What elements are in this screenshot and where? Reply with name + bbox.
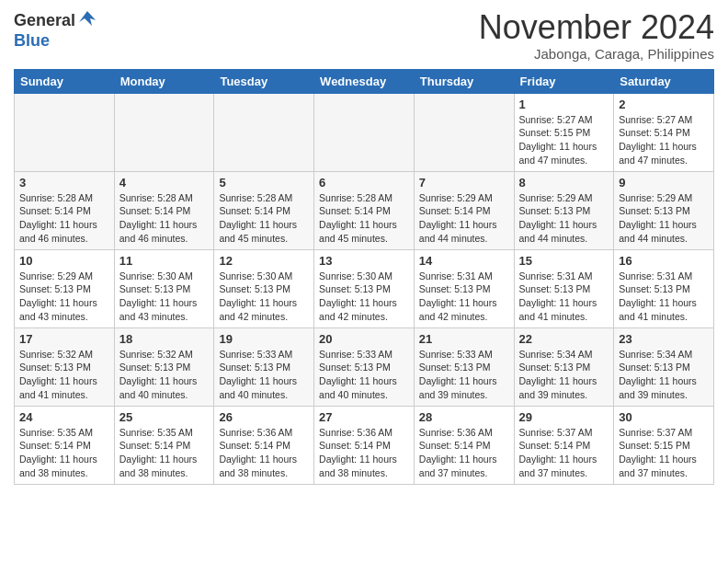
- table-row: 30Sunrise: 5:37 AM Sunset: 5:15 PM Dayli…: [614, 406, 714, 484]
- day-info: Sunrise: 5:35 AM Sunset: 5:14 PM Dayligh…: [19, 426, 109, 480]
- table-row: 23Sunrise: 5:34 AM Sunset: 5:13 PM Dayli…: [614, 327, 714, 406]
- table-row: 17Sunrise: 5:32 AM Sunset: 5:13 PM Dayli…: [15, 327, 115, 406]
- calendar-week-row: 24Sunrise: 5:35 AM Sunset: 5:14 PM Dayli…: [15, 406, 714, 484]
- day-number: 9: [619, 176, 709, 190]
- day-number: 29: [519, 410, 609, 424]
- logo-blue-text: Blue: [14, 31, 50, 50]
- day-info: Sunrise: 5:33 AM Sunset: 5:13 PM Dayligh…: [419, 348, 509, 402]
- table-row: 5Sunrise: 5:28 AM Sunset: 5:14 PM Daylig…: [214, 171, 314, 249]
- table-row: [414, 93, 514, 171]
- table-row: 2Sunrise: 5:27 AM Sunset: 5:14 PM Daylig…: [614, 93, 714, 171]
- table-row: 27Sunrise: 5:36 AM Sunset: 5:14 PM Dayli…: [314, 406, 415, 484]
- logo-bird-icon: [77, 9, 97, 31]
- day-number: 25: [119, 410, 210, 424]
- calendar-table: Sunday Monday Tuesday Wednesday Thursday…: [14, 69, 714, 485]
- svg-marker-0: [79, 11, 96, 26]
- day-info: Sunrise: 5:33 AM Sunset: 5:13 PM Dayligh…: [219, 348, 309, 402]
- logo-general-text: General: [14, 11, 75, 30]
- day-info: Sunrise: 5:31 AM Sunset: 5:13 PM Dayligh…: [419, 270, 509, 324]
- day-info: Sunrise: 5:36 AM Sunset: 5:14 PM Dayligh…: [219, 426, 309, 480]
- day-number: 21: [419, 332, 509, 346]
- day-info: Sunrise: 5:37 AM Sunset: 5:14 PM Dayligh…: [519, 426, 609, 480]
- table-row: [114, 93, 214, 171]
- table-row: [214, 93, 314, 171]
- day-number: 27: [319, 410, 409, 424]
- day-number: 2: [619, 98, 709, 111]
- table-row: 18Sunrise: 5:32 AM Sunset: 5:13 PM Dayli…: [114, 327, 214, 406]
- day-info: Sunrise: 5:30 AM Sunset: 5:13 PM Dayligh…: [119, 270, 210, 324]
- header-saturday: Saturday: [614, 69, 714, 93]
- table-row: 21Sunrise: 5:33 AM Sunset: 5:13 PM Dayli…: [414, 327, 514, 406]
- day-info: Sunrise: 5:30 AM Sunset: 5:13 PM Dayligh…: [219, 270, 309, 324]
- calendar-week-row: 17Sunrise: 5:32 AM Sunset: 5:13 PM Dayli…: [15, 327, 714, 406]
- table-row: 13Sunrise: 5:30 AM Sunset: 5:13 PM Dayli…: [314, 249, 415, 327]
- calendar-week-row: 3Sunrise: 5:28 AM Sunset: 5:14 PM Daylig…: [15, 171, 714, 249]
- table-row: 19Sunrise: 5:33 AM Sunset: 5:13 PM Dayli…: [214, 327, 314, 406]
- table-row: [314, 93, 415, 171]
- header-monday: Monday: [114, 69, 214, 93]
- day-info: Sunrise: 5:28 AM Sunset: 5:14 PM Dayligh…: [319, 191, 409, 246]
- table-row: 22Sunrise: 5:34 AM Sunset: 5:13 PM Dayli…: [514, 327, 614, 406]
- day-info: Sunrise: 5:33 AM Sunset: 5:13 PM Dayligh…: [319, 348, 409, 402]
- day-number: 28: [419, 410, 509, 424]
- table-row: 25Sunrise: 5:35 AM Sunset: 5:14 PM Dayli…: [114, 406, 214, 484]
- day-number: 8: [519, 176, 609, 190]
- day-info: Sunrise: 5:28 AM Sunset: 5:14 PM Dayligh…: [219, 191, 309, 246]
- day-info: Sunrise: 5:28 AM Sunset: 5:14 PM Dayligh…: [19, 191, 109, 246]
- day-info: Sunrise: 5:31 AM Sunset: 5:13 PM Dayligh…: [519, 270, 609, 324]
- table-row: 7Sunrise: 5:29 AM Sunset: 5:14 PM Daylig…: [414, 171, 514, 249]
- day-info: Sunrise: 5:36 AM Sunset: 5:14 PM Dayligh…: [419, 426, 509, 480]
- table-row: 9Sunrise: 5:29 AM Sunset: 5:13 PM Daylig…: [614, 171, 714, 249]
- day-info: Sunrise: 5:29 AM Sunset: 5:13 PM Dayligh…: [19, 270, 109, 324]
- day-number: 10: [19, 254, 109, 268]
- day-number: 3: [19, 176, 109, 190]
- day-number: 24: [19, 410, 109, 424]
- header-sunday: Sunday: [15, 69, 115, 93]
- day-number: 5: [219, 176, 309, 190]
- day-info: Sunrise: 5:37 AM Sunset: 5:15 PM Dayligh…: [619, 426, 709, 480]
- title-block: November 2024 Jabonga, Caraga, Philippin…: [479, 9, 714, 62]
- table-row: 6Sunrise: 5:28 AM Sunset: 5:14 PM Daylig…: [314, 171, 415, 249]
- day-number: 14: [419, 254, 509, 268]
- table-row: 10Sunrise: 5:29 AM Sunset: 5:13 PM Dayli…: [15, 249, 115, 327]
- location-subtitle: Jabonga, Caraga, Philippines: [479, 46, 714, 62]
- header-row: Sunday Monday Tuesday Wednesday Thursday…: [15, 69, 714, 93]
- day-number: 30: [619, 410, 709, 424]
- day-info: Sunrise: 5:32 AM Sunset: 5:13 PM Dayligh…: [19, 348, 109, 402]
- table-row: 15Sunrise: 5:31 AM Sunset: 5:13 PM Dayli…: [514, 249, 614, 327]
- calendar-week-row: 1Sunrise: 5:27 AM Sunset: 5:15 PM Daylig…: [15, 93, 714, 171]
- day-info: Sunrise: 5:29 AM Sunset: 5:13 PM Dayligh…: [519, 191, 609, 246]
- table-row: 8Sunrise: 5:29 AM Sunset: 5:13 PM Daylig…: [514, 171, 614, 249]
- page: General Blue November 2024 Jabonga, Cara…: [0, 0, 728, 563]
- table-row: 26Sunrise: 5:36 AM Sunset: 5:14 PM Dayli…: [214, 406, 314, 484]
- header: General Blue November 2024 Jabonga, Cara…: [14, 9, 714, 62]
- day-number: 16: [619, 254, 709, 268]
- table-row: 1Sunrise: 5:27 AM Sunset: 5:15 PM Daylig…: [514, 93, 614, 171]
- table-row: [15, 93, 115, 171]
- day-number: 1: [519, 98, 609, 111]
- month-title: November 2024: [479, 9, 714, 46]
- table-row: 11Sunrise: 5:30 AM Sunset: 5:13 PM Dayli…: [114, 249, 214, 327]
- day-number: 26: [219, 410, 309, 424]
- table-row: 20Sunrise: 5:33 AM Sunset: 5:13 PM Dayli…: [314, 327, 415, 406]
- day-info: Sunrise: 5:34 AM Sunset: 5:13 PM Dayligh…: [619, 348, 709, 402]
- day-number: 13: [319, 254, 409, 268]
- day-number: 19: [219, 332, 309, 346]
- logo: General Blue: [14, 9, 97, 51]
- header-wednesday: Wednesday: [314, 69, 415, 93]
- day-info: Sunrise: 5:27 AM Sunset: 5:14 PM Dayligh…: [619, 113, 709, 167]
- day-info: Sunrise: 5:27 AM Sunset: 5:15 PM Dayligh…: [519, 113, 609, 167]
- table-row: 4Sunrise: 5:28 AM Sunset: 5:14 PM Daylig…: [114, 171, 214, 249]
- day-info: Sunrise: 5:30 AM Sunset: 5:13 PM Dayligh…: [319, 270, 409, 324]
- day-info: Sunrise: 5:32 AM Sunset: 5:13 PM Dayligh…: [119, 348, 210, 402]
- day-number: 18: [119, 332, 210, 346]
- day-number: 11: [119, 254, 210, 268]
- day-number: 22: [519, 332, 609, 346]
- day-info: Sunrise: 5:36 AM Sunset: 5:14 PM Dayligh…: [319, 426, 409, 480]
- day-number: 6: [319, 176, 409, 190]
- header-friday: Friday: [514, 69, 614, 93]
- day-number: 15: [519, 254, 609, 268]
- table-row: 16Sunrise: 5:31 AM Sunset: 5:13 PM Dayli…: [614, 249, 714, 327]
- header-tuesday: Tuesday: [214, 69, 314, 93]
- day-info: Sunrise: 5:29 AM Sunset: 5:14 PM Dayligh…: [419, 191, 509, 246]
